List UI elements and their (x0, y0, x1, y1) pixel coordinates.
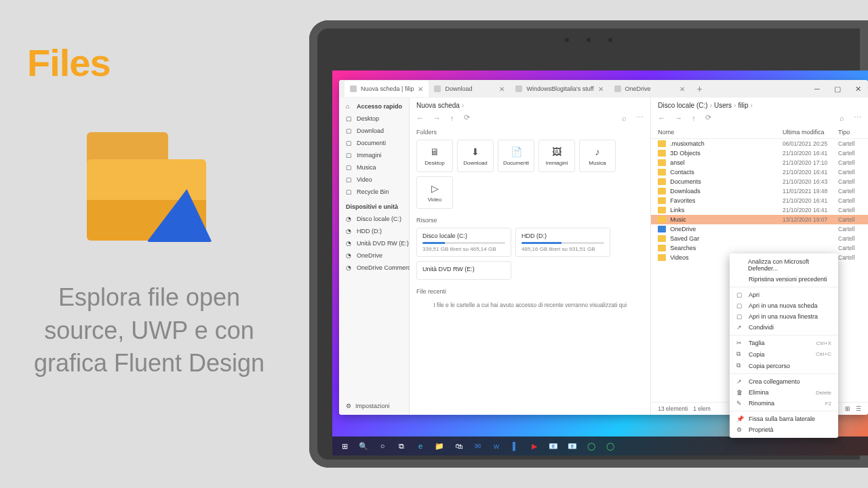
taskbar-icon[interactable]: e (415, 441, 426, 451)
table-row[interactable]: SearchesCartell (651, 243, 868, 253)
tab[interactable]: WindowsBlogItalia's stuff✕ (510, 81, 608, 97)
table-row[interactable]: Documents21/10/2020 16:43Cartell (651, 177, 868, 186)
forward-button[interactable]: → (433, 114, 441, 122)
taskbar-icon[interactable]: ✉ (472, 441, 483, 451)
context-menu-item[interactable]: ⧉CopiaCtrl+C (730, 348, 838, 360)
drive-tile[interactable]: Disco locale (C:)339,51 GB liberi su 465… (416, 228, 511, 257)
folder-tile[interactable]: 📄Documenti (498, 140, 534, 172)
taskbar-icon[interactable]: ▌ (510, 441, 521, 451)
taskbar-icon[interactable]: ⧉ (396, 441, 407, 451)
sidebar-item[interactable]: ▢Musica (339, 161, 409, 174)
folder-tile[interactable]: 🖼Immagini (538, 140, 575, 172)
table-row[interactable]: Links21/10/2020 16:41Cartell (651, 205, 868, 215)
context-menu-item[interactable]: ▢Apri in una nuova finestra (730, 311, 838, 322)
context-menu-item[interactable]: 📌Fissa sulla barra laterale (730, 413, 838, 424)
tab[interactable]: OneDrive✕ (609, 81, 690, 97)
drive-tile[interactable]: Unità DVD RW (E:) (416, 261, 511, 280)
table-row[interactable]: OneDriveCartell (651, 224, 868, 234)
refresh-button[interactable]: ⟳ (705, 113, 711, 122)
back-button[interactable]: ← (658, 114, 665, 122)
taskbar-icon[interactable]: ○ (377, 441, 388, 451)
taskbar-icon[interactable]: 🛍 (453, 441, 464, 451)
desktop: Nuova scheda | filip✕Download✕WindowsBlo… (332, 70, 868, 455)
context-menu-item[interactable]: ↗Condividi (730, 322, 838, 333)
sidebar-quick-access[interactable]: ⌂Accesso rapido (339, 100, 409, 113)
context-menu-item[interactable]: ▢Apri (730, 289, 838, 300)
more-icon[interactable]: ⋯ (636, 113, 644, 122)
new-tab-button[interactable]: + (690, 83, 709, 94)
table-row[interactable]: 3D Objects21/10/2020 16:41Cartell (651, 148, 868, 158)
maximize-button[interactable]: ▢ (827, 80, 848, 98)
context-menu-item[interactable]: ⚙Proprietà (730, 424, 838, 435)
up-button[interactable]: ↑ (692, 114, 696, 122)
table-row[interactable]: Favorites21/10/2020 16:41Cartell (651, 196, 868, 205)
sidebar-item[interactable]: ▢Immagini (339, 149, 409, 161)
menu-icon: ⧉ (736, 350, 743, 358)
table-row[interactable]: ansel21/10/2020 17:10Cartell (651, 158, 868, 167)
context-menu-item[interactable]: ✂TagliaCtrl+X (730, 338, 838, 348)
folder-tile[interactable]: 🖥Desktop (416, 140, 453, 172)
list-header[interactable]: Nome Ultima modifica Tipo (651, 126, 868, 139)
back-button[interactable]: ← (416, 114, 424, 122)
tab[interactable]: Download✕ (429, 81, 510, 97)
table-row[interactable]: Music13/12/2020 19:07Cartell (651, 215, 868, 224)
drive-tile[interactable]: HDD (D:)485,16 GB liberi su 931,51 GB (515, 228, 610, 257)
context-menu-item[interactable]: ✎RinominaF2 (730, 398, 838, 409)
context-menu-item[interactable]: ▢Apri in una nuova scheda (730, 300, 838, 311)
taskbar-icon[interactable]: w (491, 441, 502, 451)
breadcrumb-left[interactable]: Nuova scheda› (410, 98, 650, 112)
sidebar-device[interactable]: ◔Unità DVD RW (E:) (339, 237, 409, 249)
sidebar-device[interactable]: ◔OneDrive (339, 249, 409, 262)
table-row[interactable]: Downloads11/01/2021 19:48Cartell (651, 186, 868, 196)
context-menu-item[interactable]: 🗑EliminaDelete (730, 387, 838, 398)
tab-label: OneDrive (625, 85, 651, 92)
refresh-button[interactable]: ⟳ (464, 113, 470, 122)
close-icon[interactable]: ✕ (418, 85, 423, 93)
breadcrumb-right[interactable]: Disco locale (C:)›Users›filip› (651, 98, 868, 112)
sidebar-device[interactable]: ◔HDD (D:) (339, 225, 409, 237)
forward-button[interactable]: → (675, 114, 682, 122)
folder-icon (658, 197, 666, 204)
close-window-button[interactable]: ✕ (848, 80, 868, 98)
table-row[interactable]: .musixmatch06/01/2021 20:25Cartell (651, 139, 868, 148)
context-menu-item[interactable]: ⧉Copia percorso (730, 360, 838, 371)
table-row[interactable]: Saved GarCartell (651, 234, 868, 243)
minimize-button[interactable]: ─ (807, 80, 827, 98)
close-icon[interactable]: ✕ (679, 85, 685, 93)
taskbar-icon[interactable]: 📧 (567, 441, 578, 451)
taskbar-icon[interactable]: ⊞ (339, 441, 350, 451)
context-menu-item[interactable]: ↗Crea collegamento (730, 376, 838, 387)
sidebar-item[interactable]: ▢Download (339, 125, 409, 137)
close-icon[interactable]: ✕ (598, 85, 604, 93)
close-icon[interactable]: ✕ (499, 85, 505, 93)
folder-tile[interactable]: ▷Video (416, 176, 453, 209)
taskbar-icon[interactable]: 🔍 (358, 441, 369, 451)
view-list-icon[interactable]: ☰ (856, 405, 861, 412)
view-grid-icon[interactable]: ⊞ (845, 405, 850, 412)
context-menu-item[interactable]: Ripristina versioni precedenti (730, 274, 838, 285)
sidebar-device[interactable]: ◔OneDrive Commercial (339, 262, 409, 274)
tab[interactable]: Nuova scheda | filip✕ (344, 81, 429, 97)
more-icon[interactable]: ⋯ (854, 113, 861, 122)
sidebar-item[interactable]: ▢Documenti (339, 137, 409, 149)
taskbar-icon[interactable]: ◯ (605, 441, 616, 451)
toolbar-left: ← → ↑ ⟳ ⌕ ⋯ (410, 112, 650, 126)
folder-tile[interactable]: ♪Musica (579, 140, 616, 172)
folder-icon (658, 254, 666, 261)
taskbar-icon[interactable]: ◯ (586, 441, 597, 451)
search-icon[interactable]: ⌕ (840, 114, 844, 122)
sidebar-item[interactable]: ▢Video (339, 174, 409, 186)
up-button[interactable]: ↑ (450, 114, 454, 122)
table-row[interactable]: Contacts21/10/2020 16:41Cartell (651, 167, 868, 177)
folder-tile[interactable]: ⬇Download (457, 140, 494, 172)
settings-button[interactable]: ⚙Impostazioni (339, 397, 409, 415)
sidebar-item[interactable]: ▢Recycle Bin (339, 186, 409, 198)
search-icon[interactable]: ⌕ (622, 114, 627, 122)
sidebar-device[interactable]: ◔Disco locale (C:) (339, 213, 409, 225)
taskbar-icon[interactable]: 📁 (434, 441, 445, 451)
gear-icon: ⚙ (346, 403, 351, 409)
context-menu-item[interactable]: Analizza con Microsoft Defender... (730, 256, 838, 274)
taskbar-icon[interactable]: 📧 (548, 441, 559, 451)
sidebar-item[interactable]: ▢Desktop (339, 113, 409, 125)
taskbar-icon[interactable]: ▶ (529, 441, 540, 451)
